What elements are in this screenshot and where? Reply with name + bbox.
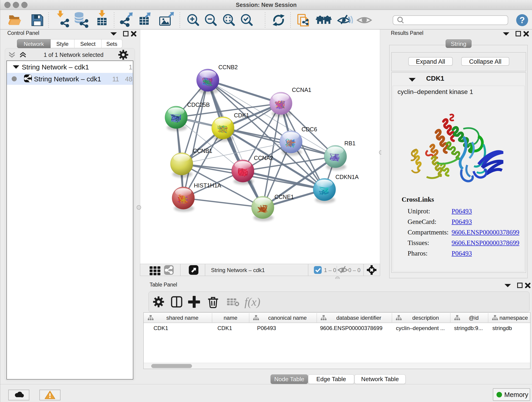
svg-text:CCNA1: CCNA1	[292, 87, 311, 93]
svg-text:CCNE1: CCNE1	[274, 194, 294, 200]
svg-text:RB1: RB1	[344, 140, 355, 147]
svg-text:?: ?	[519, 15, 525, 25]
svg-text:CDKN1A: CDKN1A	[336, 174, 359, 180]
svg-text:HIST1H1A: HIST1H1A	[194, 182, 221, 189]
svg-text:String Network – cdk1: String Network – cdk1	[211, 267, 265, 273]
svg-text:CDC6: CDC6	[302, 126, 317, 133]
svg-text:CDC25B: CDC25B	[187, 102, 210, 108]
svg-text:CCNA2: CCNA2	[254, 155, 273, 161]
svg-text:1 – 0: 1 – 0	[324, 267, 336, 273]
svg-text:f(x): f(x)	[244, 295, 260, 308]
svg-text:CDK1: CDK1	[234, 112, 249, 119]
svg-text:CCNB1: CCNB1	[193, 148, 212, 154]
svg-text:CCNB2: CCNB2	[218, 64, 238, 70]
svg-text:Memory: Memory	[504, 391, 528, 398]
svg-text:0 – 0: 0 – 0	[348, 267, 360, 273]
